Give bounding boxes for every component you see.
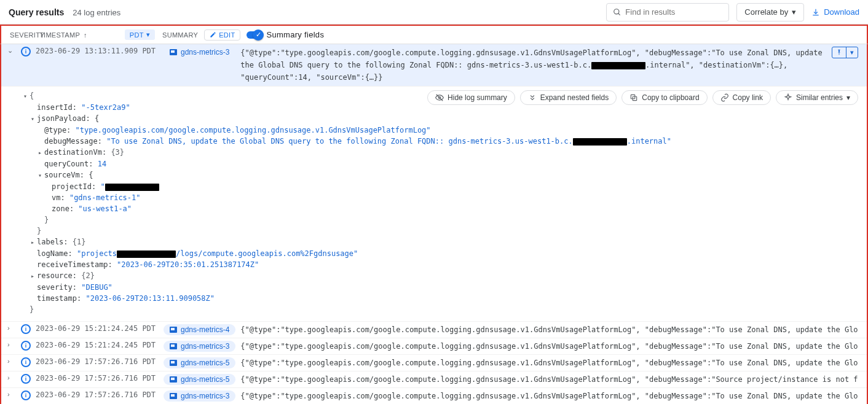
redacted <box>117 251 176 258</box>
hide-log-summary-button[interactable]: Hide log summary <box>427 90 515 105</box>
chevron-down-icon: ▾ <box>146 31 150 39</box>
expand-icon[interactable]: › <box>7 390 16 398</box>
tree-toggle[interactable]: ▾ <box>22 91 28 102</box>
resource-chip[interactable]: gdns-metrics-5 <box>164 374 235 385</box>
results-count: 24 log entries <box>73 8 120 17</box>
toggle-track: ✓ <box>247 31 262 39</box>
summary-cell: gdns-metrics-4{"@type":"type.googleapis.… <box>164 324 858 335</box>
col-timestamp[interactable]: TIMESTAMP ↑ PDT ▾ <box>39 29 162 40</box>
severity-debug-icon: i <box>21 390 31 400</box>
severity-debug-icon: i <box>21 324 31 334</box>
expand-nested-button[interactable]: Expand nested fields <box>520 90 617 105</box>
vm-icon <box>170 393 177 399</box>
svg-point-0 <box>614 9 619 14</box>
download-button[interactable]: Download <box>811 7 859 17</box>
svg-line-1 <box>618 13 620 15</box>
find-input[interactable] <box>625 7 728 17</box>
col-summary-label: SUMMARY <box>162 31 198 39</box>
severity-debug-icon: i <box>21 47 31 56</box>
log-row[interactable]: ›i2023-06-29 17:57:26.716 PDTgdns-metric… <box>1 388 867 404</box>
toggle-knob: ✓ <box>253 29 264 41</box>
summary-text: {"@type":"type.googleapis.com/google.com… <box>240 342 858 351</box>
chevron-down-icon[interactable]: ▾ <box>846 47 858 58</box>
resource-chip[interactable]: gdns-metrics-4 <box>164 324 235 335</box>
sparkle-icon <box>784 93 792 102</box>
timestamp-cell: 2023-06-29 15:21:24.245 PDT <box>36 341 159 349</box>
copy-icon <box>629 93 638 102</box>
tree-toggle[interactable]: ▾ <box>30 114 36 125</box>
resource-chip[interactable]: gdns-metrics-5 <box>164 357 235 368</box>
eye-off-icon <box>435 93 444 102</box>
log-row[interactable]: ›i2023-06-29 17:57:26.716 PDTgdns-metric… <box>1 371 867 388</box>
vm-icon <box>170 360 177 366</box>
redacted <box>105 184 159 191</box>
severity-debug-icon: i <box>21 341 31 351</box>
top-left: Query results 24 log entries <box>9 7 120 17</box>
pin-controls[interactable]: ▾ <box>832 47 858 58</box>
summary-text: {"@type":"type.googleapis.com/google.com… <box>240 375 858 384</box>
col-severity[interactable]: SEVERITY <box>10 31 39 39</box>
summary-text: {"@type":"type.googleapis.com/google.com… <box>240 47 827 84</box>
timestamp-cell: 2023-06-29 13:13:11.909 PDT <box>36 47 159 55</box>
redacted <box>591 62 645 69</box>
check-icon: ✓ <box>256 31 261 39</box>
resource-chip[interactable]: gdns-metrics-3 <box>164 47 235 58</box>
log-detail-panel: Hide log summary Expand nested fields Co… <box>1 87 867 322</box>
pencil-icon <box>210 31 216 38</box>
vm-icon <box>170 49 177 55</box>
vm-icon <box>170 376 177 383</box>
log-row[interactable]: ›i2023-06-29 15:21:24.245 PDTgdns-metric… <box>1 338 867 355</box>
find-in-results[interactable] <box>606 3 729 21</box>
download-icon <box>811 8 820 17</box>
correlate-by-button[interactable]: Correlate by ▾ <box>736 3 804 21</box>
log-row[interactable]: ›i2023-06-29 17:57:26.716 PDTgdns-metric… <box>1 355 867 371</box>
header-row: SEVERITY TIMESTAMP ↑ PDT ▾ SUMMARY EDIT … <box>0 25 868 44</box>
detail-actions: Hide log summary Expand nested fields Co… <box>427 90 858 105</box>
pin-icon[interactable] <box>832 47 846 58</box>
vm-icon <box>170 343 177 349</box>
summary-text: {"@type":"type.googleapis.com/google.com… <box>240 359 858 367</box>
link-icon <box>720 93 729 102</box>
top-bar: Query results 24 log entries Correlate b… <box>0 0 868 25</box>
sort-asc-icon: ↑ <box>84 31 87 39</box>
col-summary: SUMMARY EDIT ✓ Summary fields <box>162 29 867 41</box>
similar-entries-button[interactable]: Similar entries ▾ <box>776 90 858 105</box>
severity-debug-icon: i <box>21 357 31 367</box>
tree-toggle[interactable]: ▸ <box>30 237 36 248</box>
log-row-expanded[interactable]: ⌄ i 2023-06-29 13:13:11.909 PDT gdns-met… <box>1 44 867 87</box>
summary-text: {"@type":"type.googleapis.com/google.com… <box>240 392 858 400</box>
expand-icon[interactable]: › <box>7 341 16 348</box>
expand-icon[interactable]: › <box>7 324 16 332</box>
timestamp-cell: 2023-06-29 17:57:26.716 PDT <box>36 357 159 366</box>
summary-cell: gdns-metrics-3{"@type":"type.googleapis.… <box>164 390 858 402</box>
copy-link-button[interactable]: Copy link <box>712 90 771 105</box>
expand-icon[interactable]: › <box>7 357 16 365</box>
tree-toggle[interactable]: ▾ <box>37 170 43 181</box>
resource-chip[interactable]: gdns-metrics-3 <box>164 390 235 402</box>
edit-summary-chip[interactable]: EDIT <box>204 29 240 41</box>
resource-chip[interactable]: gdns-metrics-3 <box>164 341 235 352</box>
copy-clipboard-button[interactable]: Copy to clipboard <box>621 90 707 105</box>
summary-fields-toggle[interactable]: ✓ Summary fields <box>247 30 324 39</box>
expand-icon[interactable]: › <box>7 374 16 381</box>
chip-label: gdns-metrics-3 <box>181 48 229 56</box>
summary-text: {"@type":"type.googleapis.com/google.com… <box>240 325 858 334</box>
severity-debug-icon: i <box>21 374 31 384</box>
chip-label: gdns-metrics-5 <box>181 359 229 367</box>
chip-label: gdns-metrics-4 <box>181 325 229 334</box>
collapsed-rows: ›i2023-06-29 15:21:24.245 PDTgdns-metric… <box>1 322 867 404</box>
collapse-icon[interactable]: ⌄ <box>7 47 16 55</box>
download-label: Download <box>824 7 859 17</box>
timestamp-cell: 2023-06-29 17:57:26.716 PDT <box>36 374 159 383</box>
timestamp-cell: 2023-06-29 15:21:24.245 PDT <box>36 324 159 333</box>
correlate-label: Correlate by <box>744 7 788 17</box>
summary-cell: gdns-metrics-5{"@type":"type.googleapis.… <box>164 357 858 368</box>
summary-cell: gdns-metrics-3 {"@type":"type.googleapis… <box>164 47 858 84</box>
json-tree: ▾{ insertId: "-5texr2a9" ▾jsonPayload: {… <box>1 90 867 315</box>
log-row[interactable]: ›i2023-06-29 15:21:24.245 PDTgdns-metric… <box>1 322 867 338</box>
timezone-chip[interactable]: PDT ▾ <box>125 29 155 40</box>
tree-toggle[interactable]: ▸ <box>37 147 43 158</box>
vm-icon <box>170 327 177 333</box>
chip-label: gdns-metrics-5 <box>181 375 229 384</box>
tree-toggle[interactable]: ▸ <box>30 271 36 282</box>
